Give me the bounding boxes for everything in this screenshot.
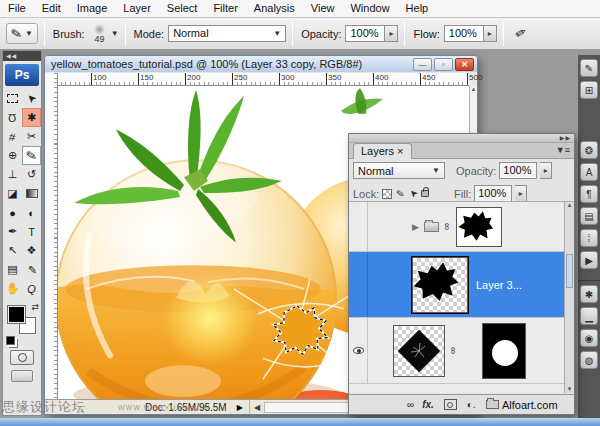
- scroll-left-icon[interactable]: ◀: [250, 403, 264, 412]
- layer-thumbnail[interactable]: [412, 257, 468, 313]
- menu-window[interactable]: Window: [342, 0, 397, 17]
- foreground-color-swatch[interactable]: [8, 306, 25, 323]
- document-title-bar[interactable]: yellow_tomatoes_tutorial.psd @ 100% (Lay…: [45, 56, 477, 72]
- quick-mask-button[interactable]: [10, 350, 34, 365]
- layers-scrollbar[interactable]: ▲ ▼: [564, 202, 574, 393]
- notes-tool[interactable]: ▤: [3, 260, 22, 279]
- layer-row-group[interactable]: ▶ ∞: [349, 202, 574, 252]
- character-panel-icon[interactable]: A: [580, 163, 598, 181]
- crop-tool[interactable]: #: [3, 127, 22, 146]
- toolbox-collapse-bar[interactable]: ◀◀: [3, 51, 41, 61]
- menu-filter[interactable]: Filter: [205, 0, 245, 17]
- layer-thumbnail[interactable]: [393, 325, 445, 377]
- magic-wand-tool[interactable]: ✱: [22, 108, 41, 127]
- zoom-tool[interactable]: Q: [22, 279, 41, 298]
- marquee-tool[interactable]: [3, 89, 22, 108]
- eraser-tool[interactable]: ◪: [3, 184, 22, 203]
- path-selection-tool[interactable]: ↖: [3, 241, 22, 260]
- menu-image[interactable]: Image: [69, 0, 116, 17]
- minimize-button[interactable]: —: [413, 58, 432, 71]
- tool-presets-panel-icon[interactable]: ⁞: [580, 229, 598, 247]
- menu-edit[interactable]: Edit: [34, 0, 69, 17]
- layer-name[interactable]: Layer 3...: [476, 279, 522, 291]
- lock-pixels-icon[interactable]: ✎: [395, 187, 405, 199]
- gradient-tool[interactable]: [22, 184, 41, 203]
- layer-style-icon[interactable]: fx.: [422, 399, 434, 410]
- flow-input[interactable]: 100%: [444, 25, 484, 42]
- layer-comps-panel-icon[interactable]: ▤: [580, 207, 598, 225]
- lock-transparency-icon[interactable]: [382, 189, 392, 199]
- menu-select[interactable]: Select: [159, 0, 206, 17]
- menu-file[interactable]: File: [0, 0, 34, 17]
- taskbar-strip[interactable]: [0, 418, 600, 426]
- clone-stamp-tool[interactable]: ⊥: [3, 165, 22, 184]
- scrollbar-thumb[interactable]: [566, 254, 573, 288]
- menu-view[interactable]: View: [303, 0, 343, 17]
- flow-slider-button[interactable]: ▸: [484, 25, 497, 42]
- brush-presets-panel-icon[interactable]: ✱: [580, 285, 598, 303]
- clone-source-panel-icon[interactable]: ⊞: [580, 81, 598, 99]
- panel-collapse-bar[interactable]: ▶▶: [349, 134, 574, 143]
- visibility-toggle[interactable]: [349, 202, 368, 251]
- scroll-down-icon[interactable]: ▼: [565, 386, 574, 392]
- layer-row-selected[interactable]: Layer 3...: [349, 252, 574, 318]
- brush-tool[interactable]: ✎: [22, 146, 41, 165]
- opacity-slider-button[interactable]: ▸: [385, 25, 398, 42]
- mask-link-icon[interactable]: ∞: [448, 347, 459, 354]
- visibility-toggle[interactable]: [349, 318, 368, 383]
- paragraph-panel-icon[interactable]: ¶: [580, 185, 598, 203]
- layer-blend-mode-dropdown[interactable]: Normal ▼: [353, 162, 445, 179]
- lock-all-icon[interactable]: [421, 190, 429, 197]
- status-menu-arrow-icon[interactable]: ▶: [237, 403, 243, 412]
- layer-row[interactable]: ∞: [349, 318, 574, 384]
- fill-input[interactable]: 100%: [474, 185, 512, 202]
- info-panel-icon[interactable]: ◍: [580, 351, 598, 369]
- scroll-up-icon[interactable]: ▲: [567, 202, 573, 208]
- brushes-panel-icon[interactable]: ✎: [580, 59, 598, 77]
- pen-tool[interactable]: ✒: [3, 222, 22, 241]
- actions-panel-icon[interactable]: ▶: [580, 251, 598, 269]
- maximize-button[interactable]: ▫: [434, 58, 453, 71]
- close-button[interactable]: ✕: [455, 58, 474, 71]
- menu-analysis[interactable]: Analysis: [246, 0, 303, 17]
- tab-close-icon[interactable]: ×: [397, 145, 403, 157]
- eyedropper-tool[interactable]: ✐: [22, 260, 41, 279]
- menu-help[interactable]: Help: [398, 0, 437, 17]
- hand-tool[interactable]: ✋: [3, 279, 22, 298]
- lock-position-icon[interactable]: ➤: [406, 187, 420, 201]
- airbrush-toggle[interactable]: ✐: [508, 22, 533, 46]
- styles-panel-icon[interactable]: ❂: [580, 141, 598, 159]
- default-colors-icon[interactable]: [6, 336, 15, 345]
- layer-mask-thumbnail[interactable]: [482, 323, 526, 379]
- move-tool[interactable]: ➤: [22, 89, 41, 108]
- tab-layers[interactable]: Layers ×: [353, 143, 412, 159]
- layer-opacity-input[interactable]: 100%: [499, 162, 537, 179]
- tool-preset-picker[interactable]: ✎ ▼: [6, 23, 38, 44]
- lasso-tool[interactable]: Ω: [3, 108, 22, 127]
- new-group-icon[interactable]: [486, 400, 499, 409]
- panel-menu-icon[interactable]: ▼≡: [556, 145, 570, 155]
- shape-tool[interactable]: ❖: [22, 241, 41, 260]
- blur-tool[interactable]: ●: [3, 203, 22, 222]
- screen-mode-button[interactable]: [11, 370, 33, 382]
- link-layers-icon[interactable]: ∞: [407, 399, 412, 410]
- visibility-toggle[interactable]: [349, 252, 368, 317]
- type-tool[interactable]: T: [22, 222, 41, 241]
- healing-brush-tool[interactable]: ⊕: [3, 146, 22, 165]
- menu-layer[interactable]: Layer: [115, 0, 159, 17]
- navigator-panel-icon[interactable]: ◉: [580, 329, 598, 347]
- layer-thumbnail[interactable]: [456, 207, 502, 247]
- opacity-input[interactable]: 100%: [345, 25, 385, 42]
- swap-colors-icon[interactable]: ⇄: [31, 302, 39, 312]
- layer-opacity-slider-button[interactable]: ▸: [540, 162, 552, 179]
- dodge-tool[interactable]: ◐: [22, 203, 41, 222]
- history-brush-tool[interactable]: ↺: [22, 165, 41, 184]
- fill-slider-button[interactable]: ▸: [515, 185, 527, 202]
- histogram-panel-icon[interactable]: ▁: [580, 307, 598, 325]
- blend-mode-dropdown[interactable]: Normal ▼: [168, 25, 286, 42]
- adjustment-layer-icon[interactable]: ◐.: [467, 399, 476, 410]
- chevron-down-icon[interactable]: ▼: [111, 29, 119, 38]
- expand-triangle-icon[interactable]: ▶: [412, 222, 419, 232]
- brush-preset-picker[interactable]: 49: [89, 24, 111, 44]
- slice-tool[interactable]: ✂: [22, 127, 41, 146]
